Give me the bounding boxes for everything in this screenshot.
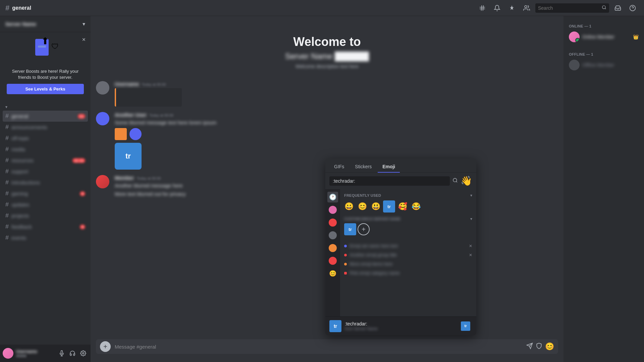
emoji-smileys-icon[interactable]: 😊	[327, 268, 338, 279]
welcome-desc: Welcome description text here	[96, 64, 558, 69]
topbar: # general	[0, 0, 644, 16]
channel-item[interactable]: # projects	[3, 210, 88, 221]
channel-item[interactable]: # feedback 4	[3, 221, 88, 232]
preview-name: :techradar:	[345, 321, 455, 326]
boost-close-btn[interactable]: ✕	[82, 37, 86, 42]
channel-item[interactable]: # announcements	[3, 122, 88, 133]
channel-item[interactable]: # resources 11 11	[3, 155, 88, 166]
channel-item[interactable]: # introductions	[3, 177, 88, 188]
stickers-tab[interactable]: Stickers	[350, 161, 376, 173]
member-item-online[interactable]: Online Member 👑	[566, 29, 641, 44]
boost-text: Server Boosts are here! Rally your frien…	[7, 68, 84, 80]
current-user-name: Username	[16, 349, 54, 354]
channel-badge: 4	[80, 191, 85, 196]
pin-icon-btn[interactable]	[506, 2, 518, 14]
channel-item[interactable]: # gaming 4	[3, 188, 88, 199]
channel-item[interactable]: # media	[3, 144, 88, 155]
current-user-info: Username #0000	[16, 349, 54, 358]
channel-item[interactable]: # updates	[3, 199, 88, 210]
channel-hash-icon: #	[5, 223, 9, 230]
server-header[interactable]: Server Name ▾	[0, 16, 91, 32]
emoji-cell[interactable]: 😊	[356, 200, 368, 213]
member-info-offline: Offline Member	[582, 62, 639, 68]
member-avatar-offline	[569, 60, 580, 70]
emoji-list-item: Emoji set name here text ✕	[343, 242, 474, 250]
emoji-cell[interactable]: 🥰	[396, 200, 409, 213]
channel-hash-icon: #	[5, 124, 9, 131]
preview-source: from Server Name	[345, 326, 455, 331]
emoji-icon[interactable]: 😊	[545, 342, 554, 351]
channel-item[interactable]: # off-topic	[3, 133, 88, 144]
emoji-cell[interactable]: 😂	[410, 200, 422, 213]
channel-badge: 4	[80, 225, 85, 229]
search-input[interactable]	[538, 5, 602, 11]
welcome-subtitle: Server Name ██████	[96, 52, 558, 61]
svg-point-3	[83, 353, 84, 354]
message-time: Today at 00:00	[137, 176, 161, 180]
message-emoji-reaction	[115, 128, 127, 140]
emoji-clock-icon[interactable]: 🕐	[327, 192, 338, 202]
attach-button[interactable]: +	[100, 341, 111, 352]
emoji-sidebar-avatar-3[interactable]	[327, 230, 338, 241]
emoji-list-item: More emoji items here	[343, 260, 474, 268]
frequently-used-chevron[interactable]: ▾	[470, 193, 472, 198]
boost-banner: ✕ ⬆ 🛡 Server Boosts are here! Rally your…	[3, 35, 88, 98]
message-author: Username	[115, 81, 139, 87]
emoji-search-icon	[452, 178, 458, 184]
message-input[interactable]	[111, 344, 526, 350]
techradar-emoji[interactable]: tr	[383, 200, 395, 213]
custom-emoji-section-1: Custom Emoji Server Name ▾ tr +	[343, 215, 474, 241]
channel-item-name: off-topic	[11, 135, 85, 141]
svg-point-1	[602, 6, 605, 9]
search-bar[interactable]	[535, 3, 609, 13]
channel-item[interactable]: # events	[3, 232, 88, 243]
sidebar-channels: ▾ # general 11 # announcements #	[0, 101, 91, 345]
channel-hash-icon: #	[5, 113, 9, 120]
emoji-sidebar-avatar-1[interactable]	[327, 204, 338, 215]
chat-input-actions: 😊	[526, 342, 554, 351]
boost-button[interactable]: See Levels & Perks	[7, 84, 84, 94]
bell-icon-btn[interactable]	[491, 2, 503, 14]
deafen-btn[interactable]	[68, 349, 77, 358]
shield-icon[interactable]	[536, 343, 542, 351]
rocket-icon[interactable]	[526, 343, 533, 351]
channel-item[interactable]: # general 11	[3, 111, 88, 122]
custom-emoji-grid: tr +	[344, 223, 472, 238]
inbox-icon-btn[interactable]	[612, 2, 624, 14]
add-emoji-btn[interactable]: +	[358, 223, 370, 235]
emoji-tab[interactable]: Emoji	[378, 161, 400, 173]
emoji-sidebar-avatar-5[interactable]	[327, 255, 338, 266]
emoji-cell[interactable]: 😀	[343, 200, 355, 213]
channel-section: ▾ # general 11 # announcements #	[0, 101, 91, 246]
channel-item-name: updates	[11, 202, 85, 207]
mute-btn[interactable]	[57, 349, 66, 358]
emoji-search-input[interactable]	[329, 176, 450, 186]
hashtag-icon-btn[interactable]	[476, 2, 488, 14]
emoji-cell[interactable]: 😃	[370, 200, 382, 213]
message-header: Username Today at 00:00	[115, 81, 558, 87]
server-chevron-icon: ▾	[83, 21, 85, 27]
channel-item-name: announcements	[11, 124, 85, 130]
current-user-avatar	[3, 348, 13, 359]
channel-item[interactable]: # support	[3, 166, 88, 177]
member-item-offline[interactable]: Offline Member	[566, 58, 641, 72]
help-icon-btn[interactable]	[627, 2, 639, 14]
member-avatar	[569, 32, 580, 42]
custom-chevron[interactable]: ▾	[470, 217, 472, 221]
members-icon-btn[interactable]	[521, 2, 533, 14]
channel-hash-icon: #	[5, 234, 9, 241]
message-time: Today at 00:00	[149, 113, 173, 117]
offline-members-header: OFFLINE — 1	[566, 50, 641, 58]
gifs-tab[interactable]: GIFs	[329, 161, 349, 173]
settings-btn[interactable]	[78, 349, 88, 358]
emoji-sidebar-avatar-2[interactable]	[327, 217, 338, 228]
techradar-emoji-2[interactable]: tr	[344, 223, 356, 235]
channel-section-header[interactable]: ▾	[0, 104, 91, 111]
right-sidebar: ONLINE — 1 Online Member 👑 OFFLINE — 1 O…	[564, 16, 644, 362]
svg-point-4	[453, 178, 457, 182]
channel-hash-icon: #	[5, 4, 9, 12]
channel-hash-icon: #	[5, 201, 9, 208]
emoji-sidebar-avatar-4[interactable]	[327, 243, 338, 253]
welcome-title: Welcome to	[96, 35, 558, 49]
waving-hand-icon[interactable]: 👋	[461, 175, 472, 186]
